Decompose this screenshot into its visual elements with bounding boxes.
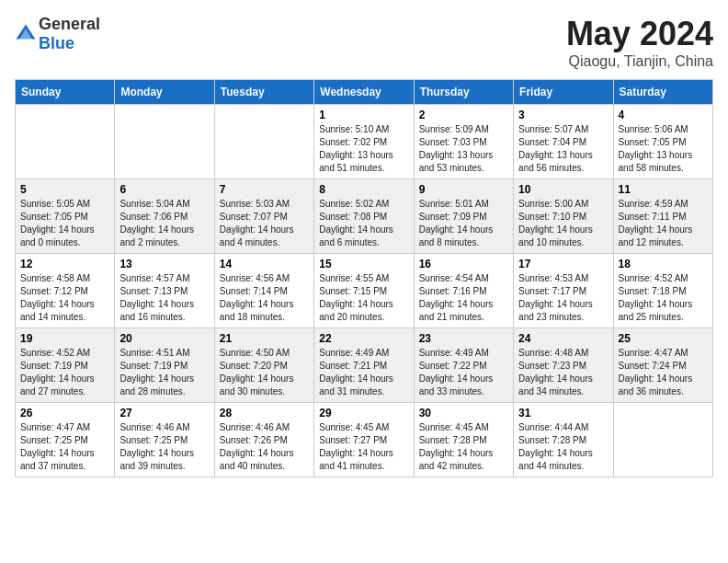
calendar-title: May 2024 (566, 15, 713, 53)
day-number: 2 (419, 109, 508, 121)
day-number: 30 (419, 407, 508, 419)
calendar-cell: 24Sunrise: 4:48 AMSunset: 7:23 PMDayligh… (514, 328, 613, 403)
day-info: Sunrise: 5:06 AMSunset: 7:05 PMDaylight:… (619, 123, 708, 175)
day-number: 15 (319, 258, 408, 270)
day-number: 6 (119, 183, 209, 196)
calendar-cell: 28Sunrise: 4:46 AMSunset: 7:26 PMDayligh… (214, 403, 313, 477)
calendar-cell (214, 105, 313, 179)
calendar-cell: 12Sunrise: 4:58 AMSunset: 7:12 PMDayligh… (16, 254, 115, 328)
day-number: 28 (220, 407, 309, 419)
day-number: 23 (419, 332, 508, 345)
calendar-table: SundayMondayTuesdayWednesdayThursdayFrid… (15, 79, 713, 477)
day-info: Sunrise: 4:52 AMSunset: 7:19 PMDaylight:… (20, 347, 109, 398)
day-info: Sunrise: 4:51 AMSunset: 7:19 PMDaylight:… (119, 347, 209, 398)
day-info: Sunrise: 4:45 AMSunset: 7:27 PMDaylight:… (319, 421, 408, 473)
day-info: Sunrise: 5:05 AMSunset: 7:05 PMDaylight:… (20, 198, 109, 249)
calendar-cell: 13Sunrise: 4:57 AMSunset: 7:13 PMDayligh… (115, 254, 214, 328)
day-info: Sunrise: 5:07 AMSunset: 7:04 PMDaylight:… (518, 123, 608, 175)
day-info: Sunrise: 5:01 AMSunset: 7:09 PMDaylight:… (419, 198, 508, 249)
calendar-cell: 2Sunrise: 5:09 AMSunset: 7:03 PMDaylight… (414, 105, 513, 179)
day-number: 29 (319, 407, 408, 419)
day-number: 25 (619, 332, 708, 345)
day-number: 27 (119, 407, 209, 419)
day-info: Sunrise: 4:49 AMSunset: 7:21 PMDaylight:… (319, 347, 408, 398)
title-block: May 2024 Qiaogu, Tianjin, China (566, 15, 713, 70)
calendar-cell: 8Sunrise: 5:02 AMSunset: 7:08 PMDaylight… (314, 179, 414, 254)
logo: General Blue (15, 15, 100, 53)
calendar-cell: 4Sunrise: 5:06 AMSunset: 7:05 PMDaylight… (613, 105, 712, 179)
calendar-location: Qiaogu, Tianjin, China (566, 53, 713, 70)
day-info: Sunrise: 5:09 AMSunset: 7:03 PMDaylight:… (419, 123, 508, 175)
day-of-week-header: Thursday (414, 80, 513, 105)
day-info: Sunrise: 4:57 AMSunset: 7:13 PMDaylight:… (119, 272, 209, 324)
day-info: Sunrise: 4:49 AMSunset: 7:22 PMDaylight:… (419, 347, 508, 398)
day-info: Sunrise: 4:46 AMSunset: 7:25 PMDaylight:… (119, 421, 209, 473)
calendar-cell: 20Sunrise: 4:51 AMSunset: 7:19 PMDayligh… (115, 328, 214, 403)
day-number: 9 (419, 183, 508, 196)
day-info: Sunrise: 4:56 AMSunset: 7:14 PMDaylight:… (220, 272, 309, 324)
day-number: 12 (20, 258, 109, 270)
day-info: Sunrise: 4:45 AMSunset: 7:28 PMDaylight:… (419, 421, 508, 473)
calendar-cell: 1Sunrise: 5:10 AMSunset: 7:02 PMDaylight… (314, 105, 414, 179)
day-number: 3 (518, 109, 608, 121)
day-number: 20 (119, 332, 209, 345)
logo-blue: Blue (39, 34, 74, 52)
day-info: Sunrise: 4:48 AMSunset: 7:23 PMDaylight:… (518, 347, 608, 398)
day-number: 26 (20, 407, 109, 419)
day-info: Sunrise: 5:10 AMSunset: 7:02 PMDaylight:… (319, 123, 408, 175)
calendar-cell: 22Sunrise: 4:49 AMSunset: 7:21 PMDayligh… (314, 328, 414, 403)
day-number: 14 (220, 258, 309, 270)
calendar-cell: 7Sunrise: 5:03 AMSunset: 7:07 PMDaylight… (214, 179, 313, 254)
day-number: 16 (419, 258, 508, 270)
calendar-cell: 9Sunrise: 5:01 AMSunset: 7:09 PMDaylight… (414, 179, 513, 254)
day-number: 18 (619, 258, 708, 270)
calendar-cell: 31Sunrise: 4:44 AMSunset: 7:28 PMDayligh… (514, 403, 613, 477)
day-of-week-header: Sunday (16, 80, 115, 105)
calendar-cell: 16Sunrise: 4:54 AMSunset: 7:16 PMDayligh… (414, 254, 513, 328)
calendar-cell: 19Sunrise: 4:52 AMSunset: 7:19 PMDayligh… (16, 328, 115, 403)
day-number: 13 (119, 258, 209, 270)
calendar-cell: 25Sunrise: 4:47 AMSunset: 7:24 PMDayligh… (613, 328, 712, 403)
calendar-cell: 26Sunrise: 4:47 AMSunset: 7:25 PMDayligh… (16, 403, 115, 477)
calendar-cell: 21Sunrise: 4:50 AMSunset: 7:20 PMDayligh… (214, 328, 313, 403)
day-info: Sunrise: 4:47 AMSunset: 7:24 PMDaylight:… (619, 347, 708, 398)
day-of-week-header: Monday (115, 80, 214, 105)
day-number: 17 (518, 258, 608, 270)
day-number: 24 (518, 332, 608, 345)
calendar-cell: 30Sunrise: 4:45 AMSunset: 7:28 PMDayligh… (414, 403, 513, 477)
calendar-cell: 18Sunrise: 4:52 AMSunset: 7:18 PMDayligh… (613, 254, 712, 328)
day-info: Sunrise: 4:54 AMSunset: 7:16 PMDaylight:… (419, 272, 508, 324)
calendar-cell: 23Sunrise: 4:49 AMSunset: 7:22 PMDayligh… (414, 328, 513, 403)
day-number: 10 (518, 183, 608, 196)
day-info: Sunrise: 4:55 AMSunset: 7:15 PMDaylight:… (319, 272, 408, 324)
day-info: Sunrise: 5:00 AMSunset: 7:10 PMDaylight:… (518, 198, 608, 249)
calendar-cell: 6Sunrise: 5:04 AMSunset: 7:06 PMDaylight… (115, 179, 214, 254)
calendar-cell: 3Sunrise: 5:07 AMSunset: 7:04 PMDaylight… (514, 105, 613, 179)
day-of-week-header: Friday (514, 80, 613, 105)
calendar-cell (613, 403, 712, 477)
day-info: Sunrise: 5:03 AMSunset: 7:07 PMDaylight:… (220, 198, 309, 249)
day-number: 19 (20, 332, 109, 345)
calendar-cell: 14Sunrise: 4:56 AMSunset: 7:14 PMDayligh… (214, 254, 313, 328)
day-number: 8 (319, 183, 408, 196)
day-number: 21 (220, 332, 309, 345)
calendar-cell: 29Sunrise: 4:45 AMSunset: 7:27 PMDayligh… (314, 403, 414, 477)
day-info: Sunrise: 4:53 AMSunset: 7:17 PMDaylight:… (518, 272, 608, 324)
day-number: 22 (319, 332, 408, 345)
day-info: Sunrise: 4:52 AMSunset: 7:18 PMDaylight:… (619, 272, 708, 324)
day-info: Sunrise: 4:44 AMSunset: 7:28 PMDaylight:… (518, 421, 608, 473)
calendar-header: SundayMondayTuesdayWednesdayThursdayFrid… (16, 80, 713, 105)
day-info: Sunrise: 5:02 AMSunset: 7:08 PMDaylight:… (319, 198, 408, 249)
day-info: Sunrise: 4:58 AMSunset: 7:12 PMDaylight:… (20, 272, 109, 324)
day-number: 7 (220, 183, 309, 196)
day-info: Sunrise: 4:46 AMSunset: 7:26 PMDaylight:… (220, 421, 309, 473)
logo-icon (15, 23, 37, 45)
logo-general: General (39, 15, 100, 33)
day-info: Sunrise: 4:47 AMSunset: 7:25 PMDaylight:… (20, 421, 109, 473)
day-of-week-header: Tuesday (214, 80, 313, 105)
calendar-cell: 5Sunrise: 5:05 AMSunset: 7:05 PMDaylight… (16, 179, 115, 254)
day-info: Sunrise: 4:50 AMSunset: 7:20 PMDaylight:… (220, 347, 309, 398)
calendar-cell: 11Sunrise: 4:59 AMSunset: 7:11 PMDayligh… (613, 179, 712, 254)
day-of-week-header: Wednesday (314, 80, 414, 105)
day-of-week-header: Saturday (613, 80, 712, 105)
